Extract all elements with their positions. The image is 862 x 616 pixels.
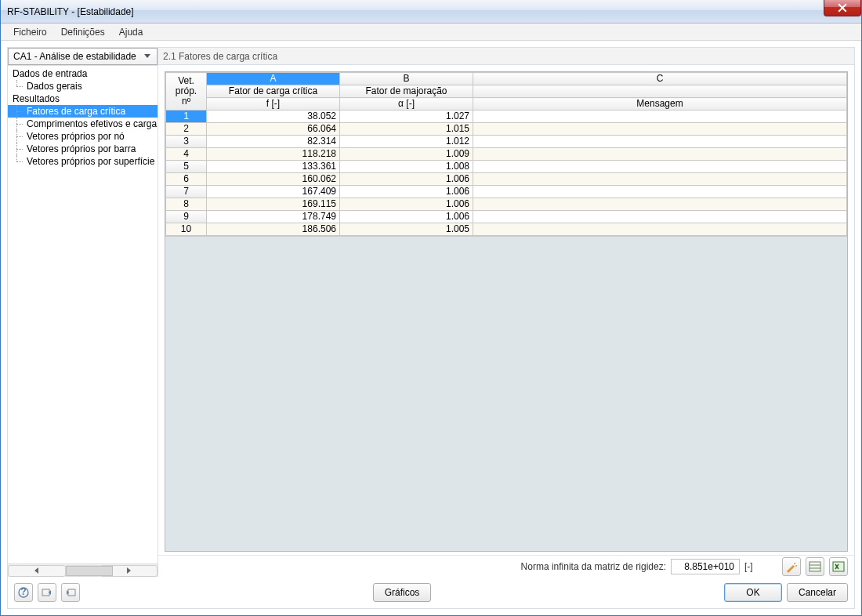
menu-file[interactable]: Ficheiro <box>7 25 53 39</box>
svg-rect-9 <box>68 589 75 596</box>
col-B[interactable]: B <box>340 73 473 85</box>
scroll-thumb[interactable] <box>66 566 113 576</box>
cell[interactable]: 118.218 <box>207 148 340 161</box>
content-row: CA1 - Análise de estabilidade Dados de e… <box>8 48 854 577</box>
menu-help[interactable]: Ajuda <box>113 25 150 39</box>
menubar: Ficheiro Definições Ajuda <box>1 24 861 41</box>
results-grid[interactable]: Vet. próp. nº A B C Fator de carga críti… <box>165 71 848 552</box>
cell[interactable] <box>473 148 847 161</box>
cell[interactable]: 186.506 <box>207 223 340 236</box>
cell[interactable]: 1.006 <box>340 186 473 198</box>
svg-point-1 <box>795 565 797 567</box>
tree-eigenvectors-surface[interactable]: Vetores próprios por superfície <box>8 155 158 168</box>
row-header[interactable]: 3 <box>166 136 207 148</box>
table-row[interactable]: 5133.3611.008 <box>166 161 847 173</box>
cell[interactable]: 133.361 <box>207 161 340 173</box>
col-A[interactable]: A <box>207 73 340 85</box>
cell[interactable]: 167.409 <box>207 186 340 198</box>
table-row[interactable]: 6160.0621.006 <box>166 173 847 186</box>
cell[interactable]: 1.006 <box>340 173 473 186</box>
sidebar-hscrollbar[interactable] <box>8 563 158 577</box>
table-row[interactable]: 382.3141.012 <box>166 136 847 148</box>
chevron-down-icon <box>141 50 154 63</box>
close-button[interactable] <box>824 0 861 16</box>
row-header[interactable]: 2 <box>166 123 207 136</box>
table-row[interactable]: 7167.4091.006 <box>166 186 847 198</box>
tree-general-data[interactable]: Dados gerais <box>8 80 158 92</box>
row-header[interactable]: 8 <box>166 198 207 211</box>
cell[interactable]: 1.015 <box>340 123 473 136</box>
cell[interactable] <box>473 186 847 198</box>
cell[interactable]: 1.012 <box>340 136 473 148</box>
cell[interactable] <box>473 211 847 223</box>
next-icon <box>65 587 76 598</box>
scroll-left-button[interactable] <box>8 565 66 577</box>
row-header[interactable]: 4 <box>166 148 207 161</box>
cell[interactable] <box>473 198 847 211</box>
table-row[interactable]: 4118.2181.009 <box>166 148 847 161</box>
row-header[interactable]: 1 <box>166 111 207 123</box>
cell[interactable] <box>473 173 847 186</box>
prev-button[interactable] <box>38 583 56 602</box>
cancel-button[interactable]: Cancelar <box>787 583 848 602</box>
next-button[interactable] <box>61 583 80 602</box>
filter-icon-button[interactable] <box>806 557 824 576</box>
grid-empty-area <box>165 236 847 551</box>
svg-text:?: ? <box>20 587 26 597</box>
cell[interactable]: 160.062 <box>207 173 340 186</box>
svg-rect-5 <box>833 562 844 571</box>
row-header[interactable]: 6 <box>166 173 207 186</box>
cell[interactable]: 1.008 <box>340 161 473 173</box>
cell[interactable] <box>473 123 847 136</box>
status-row: Norma infinita da matriz de rigidez: 8.8… <box>158 555 854 577</box>
section-title: 2.1 Fatores de carga crítica <box>158 48 854 65</box>
settings-icon-button[interactable] <box>782 557 801 576</box>
menu-settings[interactable]: Definições <box>55 25 111 39</box>
table-row[interactable]: 266.0641.015 <box>166 123 847 136</box>
row-header[interactable]: 9 <box>166 211 207 223</box>
svg-rect-2 <box>809 562 820 571</box>
cell[interactable]: 82.314 <box>207 136 340 148</box>
tree-critical-load-factors[interactable]: Fatores de carga crítica <box>8 105 158 118</box>
tree-eigenvectors-node[interactable]: Vetores próprios por nó <box>8 130 158 143</box>
cell[interactable]: 1.006 <box>340 211 473 223</box>
export-icon-button[interactable] <box>829 557 848 576</box>
cell[interactable]: 1.009 <box>340 148 473 161</box>
tree-eigenvectors-member[interactable]: Vetores próprios por barra <box>8 143 158 155</box>
navigator-tree[interactable]: Dados de entrada Dados gerais Resultados… <box>8 66 158 563</box>
excel-icon <box>832 560 845 573</box>
row-header[interactable]: 10 <box>166 223 207 236</box>
wand-icon <box>785 560 798 573</box>
table-row[interactable]: 9178.7491.006 <box>166 211 847 223</box>
titlebar[interactable]: RF-STABILITY - [Estabilidade] <box>1 0 861 24</box>
table-row[interactable]: 8169.1151.006 <box>166 198 847 211</box>
cell[interactable]: 1.006 <box>340 198 473 211</box>
tree-input-data[interactable]: Dados de entrada <box>8 67 158 80</box>
grid-corner[interactable]: Vet. próp. nº <box>166 73 207 111</box>
cell[interactable] <box>473 136 847 148</box>
cell[interactable] <box>473 111 847 123</box>
tree-results[interactable]: Resultados <box>8 92 158 105</box>
graphics-button[interactable]: Gráficos <box>373 583 432 602</box>
stiffness-norm-unit: [-] <box>744 561 759 572</box>
row-header[interactable]: 7 <box>166 186 207 198</box>
cell[interactable]: 1.005 <box>340 223 473 236</box>
cell[interactable]: 169.115 <box>207 198 340 211</box>
help-button[interactable]: ? <box>14 583 33 602</box>
cell[interactable] <box>473 161 847 173</box>
case-selector[interactable]: CA1 - Análise de estabilidade <box>8 48 158 65</box>
ok-button[interactable]: OK <box>724 583 782 602</box>
table-row[interactable]: 138.0521.027 <box>166 111 847 123</box>
cell[interactable]: 1.027 <box>340 111 473 123</box>
cell[interactable]: 38.052 <box>207 111 340 123</box>
scroll-track[interactable] <box>66 565 100 577</box>
cell[interactable] <box>473 223 847 236</box>
window-title: RF-STABILITY - [Estabilidade] <box>7 6 134 17</box>
tree-effective-lengths[interactable]: Comprimentos efetivos e carga <box>8 118 158 130</box>
col-C[interactable]: C <box>473 73 847 85</box>
grid-corner-label2: nº <box>169 96 203 110</box>
cell[interactable]: 66.064 <box>207 123 340 136</box>
row-header[interactable]: 5 <box>166 161 207 173</box>
table-row[interactable]: 10186.5061.005 <box>166 223 847 236</box>
cell[interactable]: 178.749 <box>207 211 340 223</box>
